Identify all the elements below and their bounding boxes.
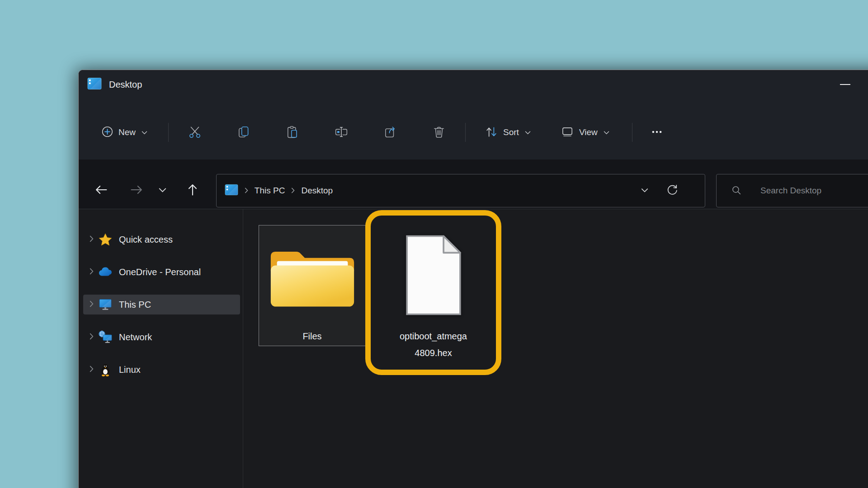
refresh-icon bbox=[666, 183, 679, 197]
more-options-button[interactable] bbox=[647, 122, 667, 142]
ellipsis-icon bbox=[651, 126, 663, 139]
annotation-highlight-box[interactable]: optiboot_atmega4809.hex bbox=[365, 210, 501, 375]
network-icon bbox=[98, 330, 113, 344]
folder-name-label: Files bbox=[302, 331, 321, 342]
delete-button[interactable] bbox=[429, 122, 449, 142]
toolbar-separator bbox=[632, 123, 632, 142]
hex-file-name-label: optiboot_atmega4809.hex bbox=[400, 328, 467, 361]
sidebar-item-label: Quick access bbox=[119, 235, 173, 245]
chevron-right-icon bbox=[90, 366, 94, 374]
onedrive-cloud-icon bbox=[98, 267, 113, 277]
content-area: Quick access OneDrive - Personal bbox=[79, 209, 868, 488]
copy-icon bbox=[237, 125, 250, 140]
up-button[interactable] bbox=[183, 181, 203, 201]
sidebar-item-label: Network bbox=[119, 332, 152, 343]
computer-icon bbox=[98, 298, 113, 311]
toolbar-separator bbox=[168, 123, 169, 142]
breadcrumb-chevron-icon bbox=[291, 188, 295, 193]
sort-button-label: Sort bbox=[503, 127, 519, 137]
forward-arrow-icon bbox=[129, 183, 144, 198]
chevron-right-icon bbox=[90, 333, 94, 342]
sidebar-item-network[interactable]: Network bbox=[83, 327, 240, 347]
folder-icon bbox=[268, 241, 357, 313]
sidebar-item-label: OneDrive - Personal bbox=[119, 267, 201, 277]
chevron-down-icon bbox=[604, 129, 609, 136]
file-grid: Files optiboot_atmega4809.hex bbox=[243, 209, 868, 488]
chevron-right-icon bbox=[90, 235, 94, 244]
breadcrumb-chevron-icon bbox=[245, 188, 248, 193]
sidebar: Quick access OneDrive - Personal bbox=[79, 209, 243, 488]
command-bar: New bbox=[79, 99, 868, 160]
back-arrow-icon bbox=[94, 183, 108, 198]
back-button[interactable] bbox=[91, 181, 111, 201]
chevron-down-icon bbox=[159, 187, 166, 194]
share-button[interactable] bbox=[380, 122, 400, 142]
rename-icon bbox=[335, 125, 348, 140]
delete-icon bbox=[432, 125, 446, 140]
navigation-bar: This PC Desktop bbox=[79, 160, 868, 209]
sidebar-item-quick-access[interactable]: Quick access bbox=[83, 230, 240, 249]
view-icon bbox=[561, 125, 574, 140]
desktop-app-icon bbox=[87, 77, 102, 92]
paste-icon bbox=[286, 125, 299, 140]
plus-circle-icon bbox=[101, 126, 113, 139]
up-arrow-icon bbox=[185, 183, 200, 198]
file-explorer-window: Desktop New bbox=[78, 70, 868, 488]
sidebar-item-onedrive[interactable]: OneDrive - Personal bbox=[83, 262, 240, 282]
chevron-down-icon bbox=[142, 129, 147, 136]
rename-button[interactable] bbox=[331, 122, 351, 142]
desktop-background: { "window": { "title": "Desktop" }, "com… bbox=[0, 0, 868, 488]
address-dropdown-button[interactable] bbox=[637, 181, 652, 201]
view-button[interactable]: View bbox=[556, 122, 614, 144]
copy-button[interactable] bbox=[234, 122, 254, 142]
view-button-label: View bbox=[579, 127, 598, 137]
breadcrumb-desktop[interactable]: Desktop bbox=[301, 186, 333, 196]
refresh-button[interactable] bbox=[662, 181, 682, 201]
sidebar-item-label: This PC bbox=[119, 300, 151, 310]
chevron-down-icon bbox=[641, 187, 648, 194]
minimize-button[interactable] bbox=[835, 75, 855, 94]
sidebar-item-linux[interactable]: Linux bbox=[83, 360, 240, 380]
new-button-label: New bbox=[118, 127, 136, 137]
sort-arrows-icon bbox=[485, 125, 498, 140]
share-icon bbox=[383, 125, 397, 140]
chevron-right-icon bbox=[90, 268, 94, 277]
window-title: Desktop bbox=[109, 80, 142, 90]
breadcrumb-this-pc[interactable]: This PC bbox=[255, 186, 285, 196]
desktop-location-icon bbox=[225, 184, 238, 197]
hex-file-icon bbox=[402, 234, 465, 319]
star-icon bbox=[98, 233, 113, 246]
address-bar[interactable]: This PC Desktop bbox=[216, 174, 705, 207]
forward-button[interactable] bbox=[127, 181, 146, 201]
folder-item-files[interactable]: Files bbox=[259, 225, 366, 346]
chevron-down-icon bbox=[525, 129, 531, 136]
recent-locations-button[interactable] bbox=[156, 181, 170, 201]
toolbar-separator bbox=[465, 123, 466, 142]
new-button[interactable]: New bbox=[97, 122, 152, 143]
sidebar-item-this-pc[interactable]: This PC bbox=[83, 295, 240, 314]
chevron-right-icon bbox=[90, 300, 94, 309]
sidebar-item-label: Linux bbox=[119, 365, 141, 375]
cut-icon bbox=[188, 125, 202, 140]
paste-button[interactable] bbox=[283, 122, 302, 142]
search-placeholder: Search Desktop bbox=[760, 186, 821, 196]
linux-penguin-icon bbox=[98, 363, 113, 376]
titlebar: Desktop bbox=[79, 70, 868, 99]
cut-button[interactable] bbox=[185, 122, 205, 142]
search-icon bbox=[731, 185, 742, 196]
search-input[interactable]: Search Desktop bbox=[716, 174, 868, 207]
sort-button[interactable]: Sort bbox=[480, 122, 535, 144]
minimize-icon bbox=[840, 84, 850, 85]
